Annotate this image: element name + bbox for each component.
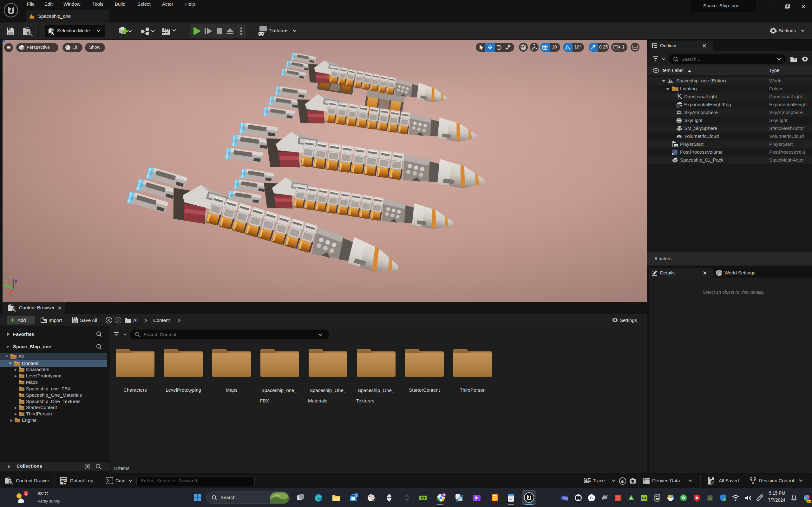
svg-text:PRE: PRE xyxy=(807,500,811,502)
svg-text:T: T xyxy=(563,496,565,499)
svg-text:z: z xyxy=(793,496,795,499)
svg-text:C: C xyxy=(617,496,619,500)
svg-text:FA: FA xyxy=(642,496,647,500)
svg-text:x: x xyxy=(9,293,12,298)
svg-text:z: z xyxy=(14,278,17,284)
svg-text:EPIC: EPIC xyxy=(655,495,660,498)
svg-text:1: 1 xyxy=(25,492,27,495)
svg-text:G: G xyxy=(590,496,593,500)
svg-text:1: 1 xyxy=(355,494,357,497)
svg-text:M: M xyxy=(443,494,445,497)
